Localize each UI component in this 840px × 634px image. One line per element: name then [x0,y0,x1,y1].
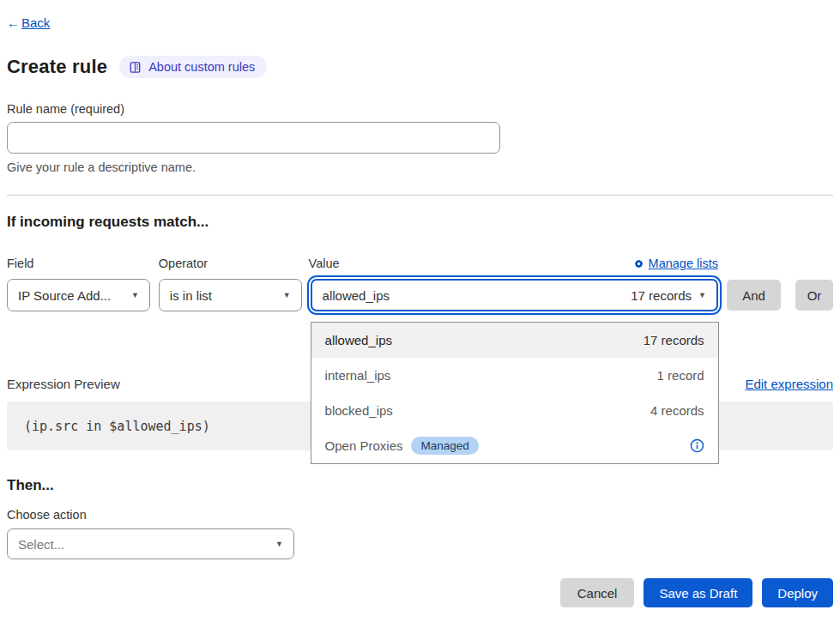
create-rule-page: ←Back Create rule About custom rules Rul… [0,0,840,607]
footer-actions: Cancel Save as Draft Deploy [7,578,833,607]
save-as-draft-button[interactable]: Save as Draft [644,578,752,607]
operator-column: Operator is in list ▼ [159,255,302,311]
value-select[interactable]: allowed_ips 17 records ▼ [311,279,718,311]
value-select-meta: 17 records [631,288,692,303]
deploy-button[interactable]: Deploy [762,578,833,607]
back-arrow-icon: ← [7,15,20,30]
cancel-button[interactable]: Cancel [560,578,635,607]
back-row: ←Back [7,15,833,30]
page-title: Create rule [7,56,107,78]
value-label: Value [309,257,340,270]
rule-name-block: Rule name (required) Give your rule a de… [7,102,833,174]
dropdown-item-internal-ips[interactable]: internal_ips 1 record [311,358,718,393]
value-select-name: allowed_ips [323,288,390,303]
field-label: Field [7,257,33,270]
rule-name-help: Give your rule a descriptive name. [7,160,833,174]
then-section-heading: Then... [7,477,833,494]
or-button[interactable]: Or [795,280,833,311]
manage-lists-label: Manage lists [649,257,718,270]
dropdown-item-allowed-ips[interactable]: allowed_ips 17 records [311,323,718,358]
chevron-down-icon: ▼ [698,291,706,299]
info-icon[interactable] [690,438,704,453]
list-name: internal_ips [325,368,391,383]
field-select[interactable]: IP Source Add... ▼ [7,279,150,311]
book-icon [129,61,142,74]
chevron-down-icon: ▼ [131,291,139,299]
action-select-placeholder: Select... [18,537,64,552]
list-record-count: 17 records [644,333,704,347]
expression-code: (ip.src in $allowed_ips) [24,419,210,434]
dropdown-item-blocked-ips[interactable]: blocked_ips 4 records [311,393,718,428]
back-label: Back [21,15,50,30]
operator-select-value: is in list [170,288,212,303]
field-column: Field IP Source Add... ▼ [7,255,150,311]
action-select[interactable]: Select... ▼ [7,528,294,559]
chevron-down-icon: ▼ [275,540,283,548]
chevron-down-icon: ▼ [283,291,291,299]
rule-name-input[interactable] [7,122,500,154]
edit-expression-link[interactable]: Edit expression [745,377,833,391]
conjunction-buttons: And Or [727,255,833,311]
manage-lists-link[interactable]: Manage lists [633,257,718,270]
value-column: Value Manage lists allowed_ips 17 record… [309,255,720,311]
list-name: Open Proxies [325,438,403,453]
choose-action-label: Choose action [7,508,833,522]
list-name: blocked_ips [325,403,393,418]
list-name: allowed_ips [325,333,392,347]
expression-preview-label: Expression Preview [7,377,120,391]
operator-select[interactable]: is in list ▼ [159,279,302,311]
operator-label: Operator [159,257,208,270]
title-row: Create rule About custom rules [7,56,833,78]
match-section-heading: If incoming requests match... [7,214,833,231]
field-select-value: IP Source Add... [18,288,111,303]
about-custom-rules-badge[interactable]: About custom rules [119,56,267,78]
back-link[interactable]: ←Back [7,15,50,30]
match-row: Field IP Source Add... ▼ Operator is in … [7,255,833,311]
gear-icon [633,258,644,269]
rule-name-label: Rule name (required) [7,102,833,116]
and-button[interactable]: And [727,280,781,311]
managed-badge: Managed [411,437,478,455]
section-divider [7,195,833,196]
list-dropdown: allowed_ips 17 records internal_ips 1 re… [311,322,719,464]
dropdown-item-open-proxies[interactable]: Open Proxies Managed [311,428,718,463]
list-record-count: 4 records [650,403,704,418]
about-badge-label: About custom rules [148,60,255,74]
list-record-count: 1 record [657,368,704,383]
